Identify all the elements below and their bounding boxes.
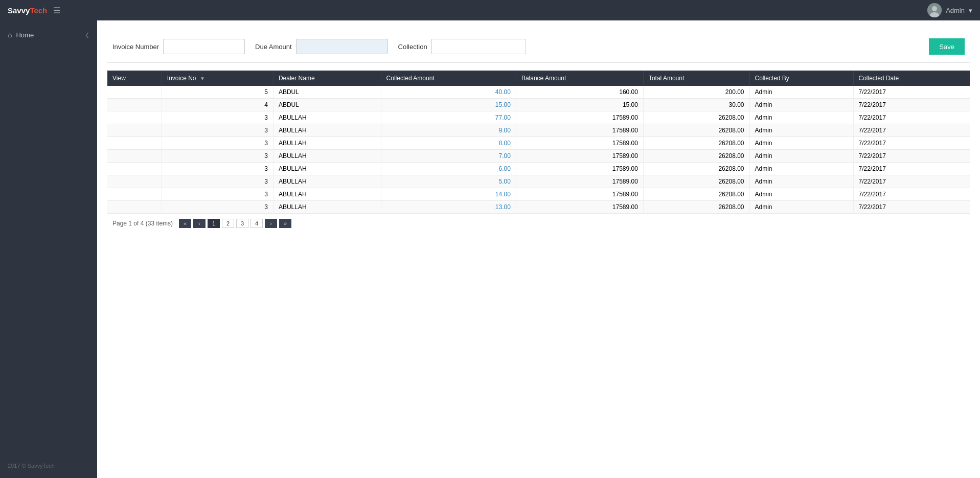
cell-collected-amount: 77.00 xyxy=(381,111,516,124)
invoice-number-label: Invoice Number xyxy=(112,43,159,51)
due-amount-input[interactable] xyxy=(296,39,388,54)
user-menu[interactable]: Admin ▾ xyxy=(927,3,972,17)
cell-total-amount: 26208.00 xyxy=(643,188,749,201)
cell-dealer-name: ABULLAH xyxy=(273,137,381,150)
sidebar-item-home-label: Home xyxy=(16,31,34,39)
cell-total-amount: 200.00 xyxy=(643,86,749,99)
cell-view xyxy=(107,188,162,201)
invoice-no-sort-icon: ▼ xyxy=(200,76,205,81)
cell-invoice-no: 3 xyxy=(162,124,273,137)
cell-dealer-name: ABULLAH xyxy=(273,111,381,124)
header-row: View Invoice No ▼ Dealer Name Collected … xyxy=(107,71,970,86)
cell-collected-amount: 5.00 xyxy=(381,175,516,188)
table-row[interactable]: 3 ABULLAH 77.00 17589.00 26208.00 Admin … xyxy=(107,111,970,124)
table-row[interactable]: 3 ABULLAH 13.00 17589.00 26208.00 Admin … xyxy=(107,201,970,214)
cell-view xyxy=(107,150,162,163)
sidebar: ⌂ Home ❮ 2017 © SavvyTech xyxy=(0,20,97,478)
sidebar-collapse-icon[interactable]: ❮ xyxy=(85,32,89,38)
pagination-area: Page 1 of 4 (33 items) « ‹ 1 2 3 4 › » xyxy=(107,214,970,233)
table-row[interactable]: 3 ABULLAH 8.00 17589.00 26208.00 Admin 7… xyxy=(107,137,970,150)
layout: ⌂ Home ❮ 2017 © SavvyTech Invoice Number… xyxy=(0,20,980,478)
sidebar-menu: ⌂ Home ❮ xyxy=(0,20,97,44)
cell-view xyxy=(107,99,162,111)
last-page-button[interactable]: » xyxy=(279,219,291,228)
cell-collected-date: 7/22/2017 xyxy=(853,99,970,111)
collection-group: Collection xyxy=(398,39,526,54)
cell-invoice-no: 3 xyxy=(162,163,273,175)
user-label: Admin xyxy=(946,7,965,14)
cell-collected-amount: 6.00 xyxy=(381,163,516,175)
save-button[interactable]: Save xyxy=(929,38,965,55)
cell-collected-date: 7/22/2017 xyxy=(853,111,970,124)
cell-dealer-name: ABDUL xyxy=(273,86,381,99)
table-row[interactable]: 3 ABULLAH 9.00 17589.00 26208.00 Admin 7… xyxy=(107,124,970,137)
cell-collected-date: 7/22/2017 xyxy=(853,175,970,188)
cell-collected-amount: 40.00 xyxy=(381,86,516,99)
collections-table: View Invoice No ▼ Dealer Name Collected … xyxy=(107,71,970,214)
table-row[interactable]: 5 ABDUL 40.00 160.00 200.00 Admin 7/22/2… xyxy=(107,86,970,99)
cell-view xyxy=(107,124,162,137)
page-2-button[interactable]: 2 xyxy=(222,219,234,228)
cell-collected-date: 7/22/2017 xyxy=(853,137,970,150)
pagination-info: Page 1 of 4 (33 items) xyxy=(112,220,173,227)
table-row[interactable]: 3 ABULLAH 5.00 17589.00 26208.00 Admin 7… xyxy=(107,175,970,188)
cell-balance-amount: 17589.00 xyxy=(516,188,643,201)
cell-balance-amount: 160.00 xyxy=(516,86,643,99)
cell-total-amount: 26208.00 xyxy=(643,124,749,137)
cell-collected-amount: 14.00 xyxy=(381,188,516,201)
cell-view xyxy=(107,163,162,175)
table-row[interactable]: 4 ABDUL 15.00 15.00 30.00 Admin 7/22/201… xyxy=(107,99,970,111)
cell-total-amount: 26208.00 xyxy=(643,150,749,163)
cell-balance-amount: 17589.00 xyxy=(516,201,643,214)
cell-collected-amount: 8.00 xyxy=(381,137,516,150)
footer-text: 2017 © SavvyTech xyxy=(8,463,55,469)
brand-area: SavvyTech ☰ xyxy=(8,6,60,15)
cell-balance-amount: 17589.00 xyxy=(516,175,643,188)
cell-collected-by: Admin xyxy=(749,163,853,175)
collection-label: Collection xyxy=(398,43,427,51)
page-3-button[interactable]: 3 xyxy=(236,219,248,228)
table-container: View Invoice No ▼ Dealer Name Collected … xyxy=(107,71,970,214)
cell-view xyxy=(107,86,162,99)
cell-invoice-no: 5 xyxy=(162,86,273,99)
cell-collected-by: Admin xyxy=(749,124,853,137)
cell-dealer-name: ABULLAH xyxy=(273,150,381,163)
col-collected-by: Collected By xyxy=(749,71,853,86)
brand-tech: Tech xyxy=(30,6,47,15)
cell-invoice-no: 4 xyxy=(162,99,273,111)
table-row[interactable]: 3 ABULLAH 6.00 17589.00 26208.00 Admin 7… xyxy=(107,163,970,175)
cell-view xyxy=(107,201,162,214)
cell-view xyxy=(107,111,162,124)
cell-collected-date: 7/22/2017 xyxy=(853,150,970,163)
brand-logo: SavvyTech xyxy=(8,6,47,15)
table-row[interactable]: 3 ABULLAH 7.00 17589.00 26208.00 Admin 7… xyxy=(107,150,970,163)
col-collected-amount: Collected Amount xyxy=(381,71,516,86)
table-body: 5 ABDUL 40.00 160.00 200.00 Admin 7/22/2… xyxy=(107,86,970,214)
invoice-number-group: Invoice Number xyxy=(112,39,245,54)
cell-collected-by: Admin xyxy=(749,111,853,124)
sidebar-item-home[interactable]: ⌂ Home ❮ xyxy=(0,26,97,44)
cell-collected-date: 7/22/2017 xyxy=(853,124,970,137)
cell-total-amount: 26208.00 xyxy=(643,137,749,150)
page-4-button[interactable]: 4 xyxy=(250,219,263,228)
cell-collected-date: 7/22/2017 xyxy=(853,201,970,214)
cell-collected-amount: 13.00 xyxy=(381,201,516,214)
cell-invoice-no: 3 xyxy=(162,150,273,163)
topnav: SavvyTech ☰ Admin ▾ xyxy=(0,0,980,20)
collection-input[interactable] xyxy=(431,39,526,54)
due-amount-group: Due Amount xyxy=(255,39,388,54)
page-1-button[interactable]: 1 xyxy=(208,219,220,228)
col-dealer-name: Dealer Name xyxy=(273,71,381,86)
table-row[interactable]: 3 ABULLAH 14.00 17589.00 26208.00 Admin … xyxy=(107,188,970,201)
prev-page-button[interactable]: ‹ xyxy=(193,219,206,228)
cell-invoice-no: 3 xyxy=(162,137,273,150)
col-invoice-no[interactable]: Invoice No ▼ xyxy=(162,71,273,86)
first-page-button[interactable]: « xyxy=(179,219,191,228)
due-amount-label: Due Amount xyxy=(255,43,292,51)
cell-invoice-no: 3 xyxy=(162,175,273,188)
cell-collected-amount: 7.00 xyxy=(381,150,516,163)
cell-total-amount: 30.00 xyxy=(643,99,749,111)
invoice-number-input[interactable] xyxy=(163,39,245,54)
hamburger-icon[interactable]: ☰ xyxy=(53,6,60,15)
next-page-button[interactable]: › xyxy=(265,219,277,228)
